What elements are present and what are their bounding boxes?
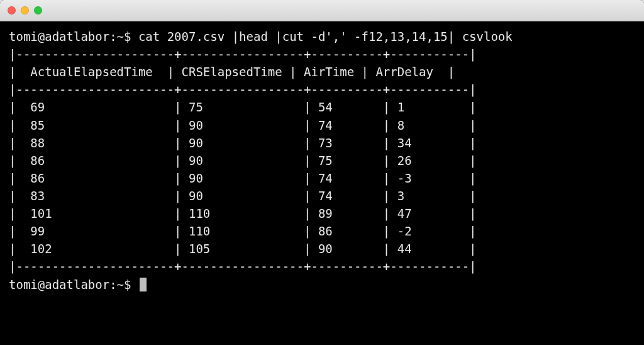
table-row: | 83 | 90 | 74 | 3 | — [9, 189, 477, 203]
maximize-icon[interactable] — [34, 6, 42, 14]
titlebar — [0, 0, 644, 21]
prompt: tomi@adatlabor:~$ — [9, 30, 131, 43]
minimize-icon[interactable] — [21, 6, 29, 14]
close-icon[interactable] — [8, 6, 16, 14]
table-row: | 101 | 110 | 89 | 47 | — [9, 206, 477, 220]
command: cat 2007.csv |head |cut -d',' -f12,13,14… — [138, 30, 513, 43]
table-row: | 99 | 110 | 86 | -2 | — [9, 224, 477, 238]
terminal-window: tomi@adatlabor:~$ cat 2007.csv |head |cu… — [0, 0, 644, 345]
table-header: | ActualElapsedTime | CRSElapsedTime | A… — [9, 65, 455, 79]
cursor-icon — [140, 278, 147, 291]
prompt: tomi@adatlabor:~$ — [9, 278, 131, 291]
table-separator: |----------------------+----------------… — [9, 259, 477, 273]
table-row: | 88 | 90 | 73 | 34 | — [9, 136, 477, 150]
table-row: | 69 | 75 | 54 | 1 | — [9, 100, 477, 114]
table-row: | 102 | 105 | 90 | 44 | — [9, 242, 477, 256]
table-separator: |----------------------+----------------… — [9, 47, 477, 61]
table-separator: |----------------------+----------------… — [9, 82, 477, 96]
table-row: | 86 | 90 | 74 | -3 | — [9, 171, 477, 185]
table-row: | 85 | 90 | 74 | 8 | — [9, 118, 477, 132]
table-row: | 86 | 90 | 75 | 26 | — [9, 154, 477, 167]
terminal-body[interactable]: tomi@adatlabor:~$ cat 2007.csv |head |cu… — [0, 21, 644, 345]
